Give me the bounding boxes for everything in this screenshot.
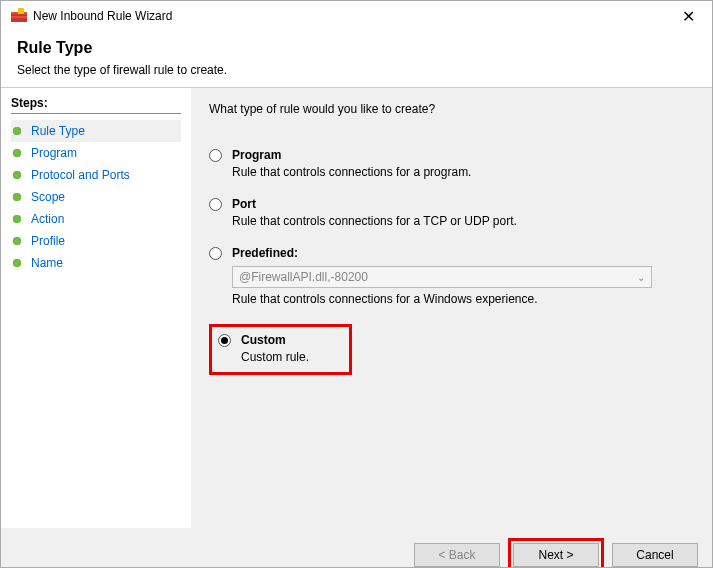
bullet-icon — [13, 149, 21, 157]
bullet-icon — [13, 171, 21, 179]
step-action[interactable]: Action — [11, 208, 181, 230]
radio-port[interactable] — [209, 198, 222, 211]
option-custom[interactable]: Custom Custom rule. — [218, 333, 309, 364]
main-panel: What type of rule would you like to crea… — [191, 88, 712, 528]
option-port-title: Port — [232, 197, 256, 211]
dropdown-value: @FirewallAPI.dll,-80200 — [239, 270, 368, 284]
step-label: Scope — [31, 190, 65, 204]
option-custom-desc: Custom rule. — [241, 350, 309, 364]
step-label: Profile — [31, 234, 65, 248]
steps-title: Steps: — [11, 96, 181, 114]
bullet-icon — [13, 259, 21, 267]
option-port-desc: Rule that controls connections for a TCP… — [232, 214, 694, 228]
next-button[interactable]: Next > — [513, 543, 599, 567]
step-profile[interactable]: Profile — [11, 230, 181, 252]
step-label: Program — [31, 146, 77, 160]
wizard-header: Rule Type Select the type of firewall ru… — [1, 31, 712, 87]
titlebar: New Inbound Rule Wizard ✕ — [1, 1, 712, 31]
step-scope[interactable]: Scope — [11, 186, 181, 208]
option-predefined-desc: Rule that controls connections for a Win… — [232, 292, 694, 306]
radio-program[interactable] — [209, 149, 222, 162]
step-label: Protocol and Ports — [31, 168, 130, 182]
radio-custom[interactable] — [218, 334, 231, 347]
steps-sidebar: Steps: Rule Type Program Protocol and Po… — [1, 88, 191, 528]
cancel-button[interactable]: Cancel — [612, 543, 698, 567]
step-label: Action — [31, 212, 64, 226]
option-custom-title: Custom — [241, 333, 286, 347]
step-program[interactable]: Program — [11, 142, 181, 164]
step-name[interactable]: Name — [11, 252, 181, 274]
highlight-next: Next > — [508, 538, 604, 568]
highlight-custom: Custom Custom rule. — [209, 324, 352, 375]
step-rule-type[interactable]: Rule Type — [11, 120, 181, 142]
svg-rect-2 — [11, 16, 27, 18]
option-program-title: Program — [232, 148, 281, 162]
step-protocol-ports[interactable]: Protocol and Ports — [11, 164, 181, 186]
bullet-icon — [13, 193, 21, 201]
close-icon[interactable]: ✕ — [674, 7, 702, 26]
step-label: Rule Type — [31, 124, 85, 138]
question-text: What type of rule would you like to crea… — [209, 102, 694, 116]
option-port[interactable]: Port Rule that controls connections for … — [209, 197, 694, 228]
step-label: Name — [31, 256, 63, 270]
option-program-desc: Rule that controls connections for a pro… — [232, 165, 694, 179]
option-predefined-title: Predefined: — [232, 246, 298, 260]
footer: < Back Next > Cancel — [1, 528, 712, 568]
page-title: Rule Type — [17, 39, 696, 57]
page-subtitle: Select the type of firewall rule to crea… — [17, 63, 696, 77]
predefined-dropdown: @FirewallAPI.dll,-80200 ⌄ — [232, 266, 652, 288]
bullet-icon — [13, 127, 21, 135]
firewall-icon — [11, 8, 27, 24]
radio-predefined[interactable] — [209, 247, 222, 260]
option-program[interactable]: Program Rule that controls connections f… — [209, 148, 694, 179]
back-button: < Back — [414, 543, 500, 567]
bullet-icon — [13, 215, 21, 223]
option-predefined[interactable]: Predefined: @FirewallAPI.dll,-80200 ⌄ Ru… — [209, 246, 694, 306]
chevron-down-icon: ⌄ — [637, 272, 645, 283]
bullet-icon — [13, 237, 21, 245]
window-title: New Inbound Rule Wizard — [33, 9, 674, 23]
svg-rect-3 — [18, 8, 24, 14]
